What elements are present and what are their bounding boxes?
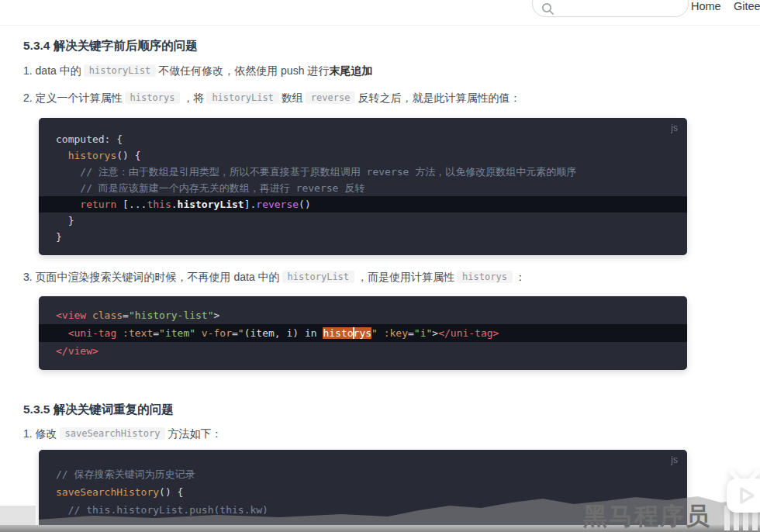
code-block-computed: js computed: { historys() { // 注意：由于数组是引…: [39, 118, 687, 255]
watermark-text: 黑马程序员: [583, 500, 711, 532]
inline-code: historyList: [206, 92, 278, 104]
inline-code: historyList: [282, 271, 354, 283]
code-language-label: js: [671, 454, 678, 465]
inline-code: saveSearchHistory: [60, 427, 166, 440]
list-item-2: 2. 定义一个计算属性historys，将historyList数组revers…: [23, 92, 520, 105]
section-heading-534: 5.3.4 解决关键字前后顺序的问题: [23, 38, 198, 54]
search-input[interactable]: [558, 0, 682, 16]
inline-code: historys: [457, 271, 513, 283]
tv-play-button[interactable]: [726, 470, 760, 516]
section-heading-535: 5.3.5 解决关键词重复的问题: [23, 402, 174, 418]
code-content: <view class="history-list"> <uni-tag :te…: [39, 306, 687, 360]
inline-code: historyList: [84, 64, 156, 77]
code-language-label: js: [671, 123, 678, 133]
list-item-3: 3. 页面中渲染搜索关键词的时候，不再使用 data 中的historyList…: [23, 271, 526, 285]
code-block-template: <view class="history-list"> <uni-tag :te…: [39, 296, 687, 370]
inline-code: reverse: [306, 92, 356, 104]
top-navbar: Home Gitee: [0, 0, 760, 26]
text-cursor: [353, 327, 354, 339]
code-content: computed: { historys() { // 注意：由于数组是引用类型…: [39, 131, 687, 245]
home-link[interactable]: Home: [691, 0, 721, 12]
watermark-left-block: [0, 506, 36, 526]
gitee-link[interactable]: Gitee: [734, 0, 760, 12]
list-item-4: 1. 修改saveSearchHistory方法如下：: [23, 427, 222, 441]
list-item-1: 1. data 中的historyList不做任何修改，依然使用 push 进行…: [23, 64, 372, 78]
search-box[interactable]: [532, 0, 689, 17]
search-icon: [541, 2, 554, 16]
inline-code: historys: [125, 92, 181, 104]
